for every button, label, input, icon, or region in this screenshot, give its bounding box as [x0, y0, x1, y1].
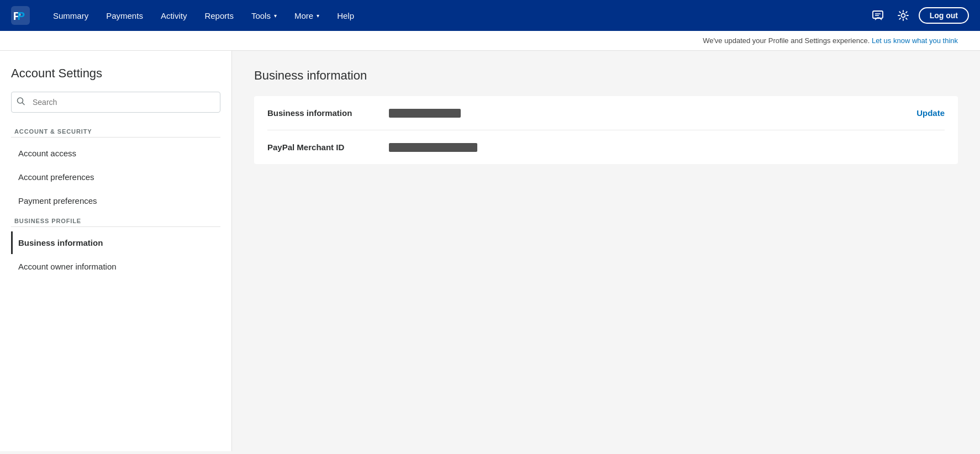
message-icon-button[interactable] [868, 6, 888, 25]
redacted-business-info [389, 109, 461, 118]
section-label-business-profile: BUSINESS PROFILE [11, 218, 220, 224]
sidebar-item-payment-preferences[interactable]: Payment preferences [11, 189, 220, 212]
sidebar-section-account-security: ACCOUNT & SECURITY Account access Accoun… [11, 128, 220, 212]
nav-reports[interactable]: Reports [197, 8, 241, 24]
more-chevron-icon: ▾ [317, 13, 319, 19]
nav-activity[interactable]: Activity [153, 8, 195, 24]
gear-icon [897, 9, 909, 22]
nav-payments[interactable]: Payments [98, 8, 151, 24]
main-content: Business information Business informatio… [232, 51, 980, 451]
sidebar-item-account-access[interactable]: Account access [11, 142, 220, 165]
sidebar-item-account-preferences[interactable]: Account preferences [11, 166, 220, 188]
sidebar: Account Settings ACCOUNT & SECURITY Acco… [0, 51, 232, 451]
svg-line-8 [23, 103, 25, 105]
info-label-merchant-id: PayPal Merchant ID [267, 142, 389, 152]
nav-right-actions: Log out [868, 6, 969, 25]
info-row-merchant-id: PayPal Merchant ID [267, 130, 945, 164]
update-business-info-button[interactable]: Update [905, 108, 945, 118]
nav-help[interactable]: Help [329, 8, 362, 24]
notification-link[interactable]: Let us know what you think [872, 36, 958, 45]
sidebar-item-account-owner-information[interactable]: Account owner information [11, 255, 220, 278]
nav-summary[interactable]: Summary [45, 8, 96, 24]
settings-icon-button[interactable] [893, 6, 913, 25]
logout-button[interactable]: Log out [919, 7, 969, 24]
info-label-business-information: Business information [267, 108, 389, 118]
page-title: Business information [254, 68, 958, 83]
sidebar-item-business-information[interactable]: Business information [11, 231, 220, 254]
info-value-merchant-id [389, 143, 945, 152]
tools-chevron-icon: ▾ [274, 13, 277, 19]
sidebar-section-business-profile: BUSINESS PROFILE Business information Ac… [11, 218, 220, 278]
notification-bar: We've updated your Profile and Settings … [0, 31, 980, 51]
search-icon [17, 97, 25, 108]
section-divider [11, 137, 220, 138]
svg-point-6 [901, 14, 905, 18]
paypal-logo[interactable]: P P [11, 6, 30, 25]
search-input[interactable] [11, 92, 220, 113]
main-layout: Account Settings ACCOUNT & SECURITY Acco… [0, 51, 980, 451]
notification-text: We've updated your Profile and Settings … [703, 36, 870, 45]
nav-tools[interactable]: Tools ▾ [244, 8, 284, 24]
section-divider-2 [11, 226, 220, 227]
info-value-business-information [389, 109, 905, 118]
nav-links: Summary Payments Activity Reports Tools … [45, 8, 868, 24]
info-row-business-information: Business information Update [267, 96, 945, 130]
section-label-account-security: ACCOUNT & SECURITY [11, 128, 220, 135]
sidebar-title: Account Settings [11, 66, 220, 81]
svg-text:P: P [17, 9, 25, 22]
svg-rect-3 [873, 11, 883, 18]
search-box [11, 92, 220, 113]
redacted-merchant-id [389, 143, 477, 152]
content-card: Business information Update PayPal Merch… [254, 96, 958, 164]
message-icon [872, 9, 884, 22]
top-navigation: P P Summary Payments Activity Reports To… [0, 0, 980, 31]
nav-more[interactable]: More ▾ [287, 8, 327, 24]
